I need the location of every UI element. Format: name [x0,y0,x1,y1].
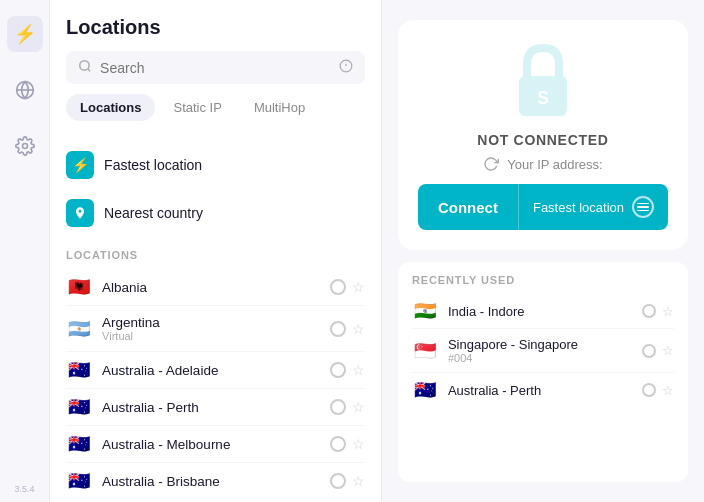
sidebar: ⚡ 3.5.4 [0,0,50,502]
fastest-location-icon: ⚡ [66,151,94,179]
recent-location-name: India - Indore [448,304,632,319]
location-name: Argentina [102,315,320,330]
fastest-location-label: Fastest location [104,157,202,173]
flag-icon: 🇦🇺 [412,381,438,399]
recent-star[interactable]: ☆ [662,383,674,398]
location-actions: ☆ [330,473,365,489]
search-input[interactable] [100,60,331,76]
app-version: 3.5.4 [15,484,35,494]
connect-location[interactable]: Fastest location [518,184,668,230]
star-icon[interactable]: ☆ [352,436,365,452]
connection-status: NOT CONNECTED [477,132,608,148]
menu-line [637,210,649,212]
tab-multihop[interactable]: MultiHop [240,94,319,121]
right-panel: S NOT CONNECTED Your IP address: Connect… [382,0,704,502]
connect-menu-icon[interactable] [632,196,654,218]
recent-radio[interactable] [642,383,656,397]
location-actions: ☆ [330,362,365,378]
connect-button-row: Connect Fastest location [418,184,668,230]
recent-item[interactable]: 🇦🇺 Australia - Perth ☆ [412,373,674,407]
recent-star[interactable]: ☆ [662,304,674,319]
recent-location-sub: #004 [448,352,632,364]
recent-actions: ☆ [642,304,674,319]
location-name: Australia - Melbourne [102,437,320,452]
location-list-scroll: ⚡ Fastest location Nearest country LOCAT… [50,133,381,502]
location-radio[interactable] [330,279,346,295]
tab-locations[interactable]: Locations [66,94,155,121]
fastest-location-item[interactable]: ⚡ Fastest location [66,141,365,189]
panel-header: Locations Locations Static IP MultiHop [50,0,381,133]
list-item[interactable]: 🇦🇺 Australia - Melbourne ☆ [66,426,365,463]
recent-radio[interactable] [642,344,656,358]
recent-item[interactable]: 🇮🇳 India - Indore ☆ [412,294,674,329]
star-icon[interactable]: ☆ [352,473,365,489]
star-icon[interactable]: ☆ [352,321,365,337]
flag-icon: 🇦🇺 [66,398,92,416]
location-radio[interactable] [330,321,346,337]
recently-used-section: RECENTLY USED 🇮🇳 India - Indore ☆ 🇸🇬 Sin… [398,262,688,482]
flag-icon: 🇸🇬 [412,342,438,360]
panel-title: Locations [66,16,365,39]
list-item[interactable]: 🇦🇺 Australia - Brisbane ☆ [66,463,365,499]
search-bar [66,51,365,84]
menu-line [637,203,649,205]
menu-line [637,206,649,208]
info-icon[interactable] [339,59,353,76]
star-icon[interactable]: ☆ [352,399,365,415]
lock-icon: S [503,44,583,124]
recent-item[interactable]: 🇸🇬 Singapore - Singapore #004 ☆ [412,329,674,373]
ip-label: Your IP address: [507,157,602,172]
location-actions: ☆ [330,436,365,452]
ip-row: Your IP address: [483,156,602,172]
location-name: Albania [102,280,320,295]
flag-icon: 🇦🇺 [66,361,92,379]
location-radio[interactable] [330,362,346,378]
recent-actions: ☆ [642,383,674,398]
star-icon[interactable]: ☆ [352,362,365,378]
left-panel: Locations Locations Static IP MultiHop ⚡ [50,0,382,502]
location-actions: ☆ [330,321,365,337]
location-name: Australia - Adelaide [102,363,320,378]
nearest-country-label: Nearest country [104,205,203,221]
svg-line-4 [88,69,91,72]
location-radio[interactable] [330,436,346,452]
location-actions: ☆ [330,399,365,415]
list-item[interactable]: 🇦🇱 Albania ☆ [66,269,365,306]
list-item[interactable]: 🇦🇺 Australia - Perth ☆ [66,389,365,426]
tab-static-ip[interactable]: Static IP [159,94,235,121]
recent-actions: ☆ [642,343,674,358]
flag-icon: 🇮🇳 [412,302,438,320]
recent-location-name: Australia - Perth [448,383,632,398]
location-radio[interactable] [330,473,346,489]
locations-section-label: LOCATIONS [66,237,365,269]
sidebar-item-settings[interactable] [7,128,43,164]
connect-button[interactable]: Connect [418,184,518,230]
nearest-country-icon [66,199,94,227]
recent-radio[interactable] [642,304,656,318]
star-icon[interactable]: ☆ [352,279,365,295]
flag-icon: 🇦🇺 [66,435,92,453]
location-name: Australia - Perth [102,400,320,415]
flag-icon: 🇦🇷 [66,320,92,338]
sidebar-item-vpn[interactable]: ⚡ [7,16,43,52]
recent-star[interactable]: ☆ [662,343,674,358]
search-icon [78,59,92,76]
menu-lines [637,203,649,212]
list-item[interactable]: 🇦🇺 Australia - Adelaide ☆ [66,352,365,389]
svg-point-2 [22,144,27,149]
location-name: Australia - Brisbane [102,474,320,489]
recent-location-name: Singapore - Singapore [448,337,632,352]
svg-text:S: S [537,88,549,108]
flag-icon: 🇦🇺 [66,472,92,490]
tabs-bar: Locations Static IP MultiHop [66,94,365,121]
flag-icon: 🇦🇱 [66,278,92,296]
list-item[interactable]: 🇦🇷 Argentina Virtual ☆ [66,306,365,352]
sidebar-item-globe[interactable] [7,72,43,108]
svg-point-3 [80,61,89,70]
location-sub: Virtual [102,330,320,342]
nearest-country-item[interactable]: Nearest country [66,189,365,237]
recently-used-title: RECENTLY USED [412,274,674,286]
location-actions: ☆ [330,279,365,295]
location-radio[interactable] [330,399,346,415]
vpn-status-card: S NOT CONNECTED Your IP address: Connect… [398,20,688,250]
